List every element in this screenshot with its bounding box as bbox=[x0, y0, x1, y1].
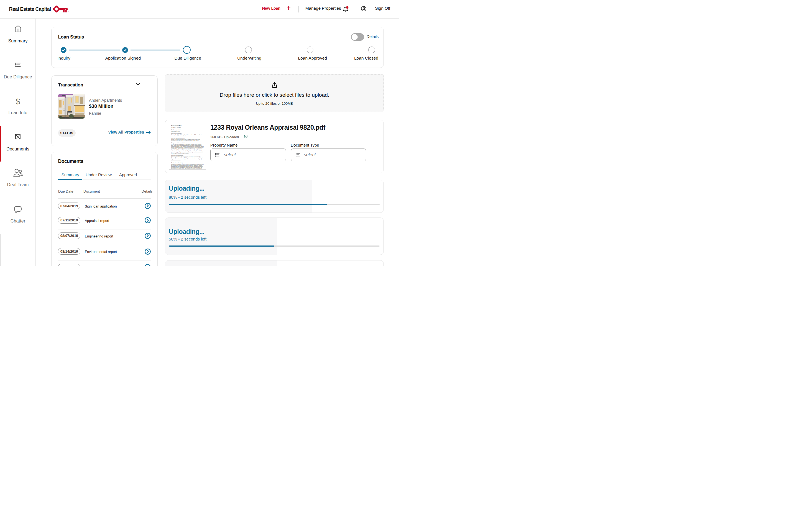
svg-text:®: ® bbox=[68, 11, 69, 13]
